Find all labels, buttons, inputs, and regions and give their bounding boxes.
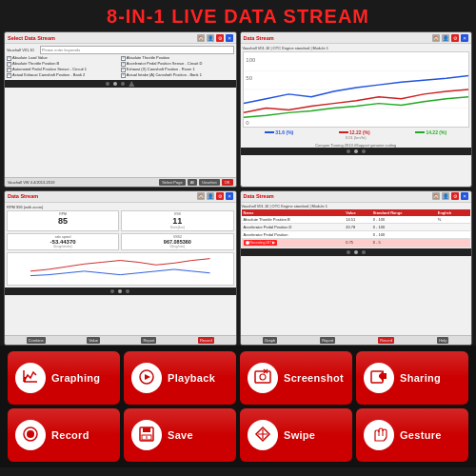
- screen4-device-row: Vauxhall V01.10 | OTC Engine standard | …: [242, 204, 471, 208]
- report-button[interactable]: Report: [141, 337, 156, 344]
- screen1-device-row: Vauxhall V01.10: [7, 46, 234, 54]
- screens-grid: Select Data Stream 🏠 👤 ⚙ ✕ Vauxhall V01.…: [0, 31, 476, 346]
- select-page-button[interactable]: Select Page: [159, 179, 186, 186]
- col-value: Value: [344, 209, 370, 216]
- save-label: Save: [168, 429, 193, 441]
- screen2-legend: 0.01 (km/hr): [243, 135, 470, 140]
- unselect-button[interactable]: Unselect: [199, 179, 220, 186]
- sharing-icon-wrap: [364, 363, 394, 393]
- save-button[interactable]: Save: [124, 408, 236, 462]
- home-icon[interactable]: 🏠: [432, 192, 440, 200]
- header: 8-IN-1 LIVE DATA STREAM: [0, 0, 476, 31]
- stat-load: 14.22 (%): [415, 129, 446, 135]
- screenshot-label: Screenshot: [284, 372, 344, 384]
- person-icon[interactable]: 👤: [207, 34, 214, 42]
- screen1-footer: Vauxhall VW 4.4/2013-2019 Select Page Al…: [5, 177, 236, 187]
- record-label: Record: [51, 429, 89, 441]
- report-button[interactable]: Report: [320, 337, 335, 344]
- gesture-label: Gesture: [400, 429, 442, 441]
- screen3: Data Stream 🏠 👤 ⚙ ✕ RPM 996 (with zoom) …: [4, 190, 237, 347]
- sharing-label: Sharing: [400, 372, 441, 384]
- table-row-highlighted: Recording 007 ▶ 0.75 0 - 5: [242, 238, 471, 247]
- value-rpm: RPM 85: [7, 210, 119, 231]
- screen3-graph: [7, 252, 234, 286]
- exit-icon[interactable]: ✕: [461, 192, 468, 200]
- nav-dot: [110, 289, 114, 293]
- screenshot-icon-wrap: [248, 363, 278, 393]
- screen4: Data Stream 🏠 👤 ⚙ ✕ Vauxhall V01.10 | OT…: [240, 190, 473, 347]
- svg-point-18: [27, 430, 34, 438]
- screen2-icons: 🏠 👤 ⚙ ✕: [432, 34, 468, 42]
- screen1-device-info: Vauxhall V01.10: [7, 48, 34, 52]
- screen2: Data Stream 🏠 👤 ⚙ ✕ Vauxhall V01.10 | OT…: [240, 31, 473, 188]
- value-button[interactable]: Value: [87, 337, 100, 344]
- screen4-footer: Graph Report Record Help: [241, 335, 472, 345]
- screen1-search[interactable]: [40, 46, 234, 54]
- checkbox-item: ✓ Actual Intake (A) Camshaft Position - …: [121, 73, 234, 78]
- screen2-content: Vauxhall V01.10 | OTC Engine standard | …: [241, 44, 472, 142]
- screenshot-button[interactable]: Screenshot: [240, 351, 352, 405]
- bottom-buttons: Graphing Playback Screenshot: [0, 346, 476, 467]
- combine-button[interactable]: Combine: [27, 337, 46, 344]
- swipe-icon-wrap: [248, 420, 278, 450]
- exit-icon[interactable]: ✕: [226, 34, 233, 42]
- settings-icon[interactable]: ⚙: [216, 34, 224, 42]
- exit-icon[interactable]: ✕: [461, 34, 468, 42]
- sharing-button[interactable]: Sharing: [356, 351, 468, 405]
- all-button[interactable]: All: [188, 179, 197, 186]
- record-button[interactable]: Record: [8, 408, 120, 462]
- person-icon[interactable]: 👤: [442, 192, 449, 200]
- svg-marker-11: [145, 374, 150, 380]
- graphing-icon: [22, 368, 39, 387]
- stat-line-blue: [265, 131, 274, 133]
- gesture-button[interactable]: Gesture: [356, 408, 468, 462]
- screen2-header: Data Stream 🏠 👤 ⚙ ✕: [241, 32, 472, 44]
- nav-dot: [362, 149, 366, 153]
- graphing-button[interactable]: Graphing: [8, 351, 120, 405]
- checkbox-exhaust-b2[interactable]: ✓: [7, 73, 11, 78]
- screen4-navbar: [241, 248, 472, 256]
- person-icon[interactable]: 👤: [207, 192, 214, 200]
- screen1-footer-buttons: Select Page All Unselect OK: [159, 179, 232, 186]
- home-icon[interactable]: 🏠: [197, 34, 205, 42]
- table-row: Accelerator Pedal Position 0 - 100: [242, 230, 471, 238]
- svg-text:50: 50: [246, 76, 252, 81]
- screen1-checkboxes: ✓ Absolute Load Value ✓ Absolute Throttl…: [7, 56, 234, 78]
- playback-button[interactable]: Playback: [124, 351, 236, 405]
- checkbox-intake-b1[interactable]: ✓: [121, 73, 126, 78]
- svg-rect-12: [255, 371, 270, 383]
- record-icon-wrap: [15, 420, 46, 450]
- help-button[interactable]: Help: [437, 337, 448, 344]
- screen1-header: Select Data Stream 🏠 👤 ⚙ ✕: [5, 32, 236, 44]
- screen3-navbar: [5, 288, 236, 295]
- settings-icon[interactable]: ⚙: [451, 34, 459, 42]
- home-icon[interactable]: 🏠: [197, 192, 205, 200]
- gesture-icon: [370, 426, 387, 445]
- home-icon[interactable]: 🏠: [432, 34, 440, 42]
- screen2-navbar: [241, 148, 472, 155]
- exit-icon[interactable]: ✕: [226, 192, 233, 200]
- nav-dot: [347, 149, 350, 153]
- rec-dot: [246, 241, 249, 245]
- ok-button[interactable]: OK: [222, 179, 233, 186]
- value-vss: VSS 11 Km/s(km): [121, 210, 233, 231]
- screen4-header: Data Stream 🏠 👤 ⚙ ✕: [241, 191, 472, 203]
- swipe-icon: [254, 426, 271, 445]
- record-button[interactable]: Record: [378, 337, 394, 344]
- swipe-button[interactable]: Swipe: [240, 408, 352, 462]
- nav-dot: [106, 82, 109, 86]
- screen4-icons: 🏠 👤 ⚙ ✕: [432, 192, 468, 200]
- playback-icon-wrap: [131, 363, 162, 393]
- person-icon[interactable]: 👤: [442, 34, 449, 42]
- graphing-label: Graphing: [51, 372, 100, 384]
- header-title: 8-IN-1 LIVE DATA STREAM: [107, 6, 369, 27]
- settings-icon[interactable]: ⚙: [451, 192, 459, 200]
- nav-dot: [126, 289, 129, 293]
- record-button[interactable]: Record: [198, 337, 214, 344]
- graph-button[interactable]: Graph: [263, 337, 277, 344]
- record-icon: [22, 426, 39, 445]
- col-name: Name: [242, 209, 345, 216]
- sharing-icon: [370, 368, 387, 387]
- svg-rect-20: [143, 427, 150, 432]
- settings-icon[interactable]: ⚙: [216, 192, 224, 200]
